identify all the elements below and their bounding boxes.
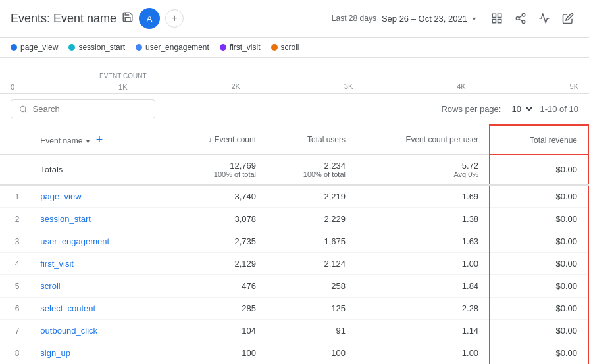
customize-report-button[interactable] xyxy=(486,8,507,29)
legend-item-first-visit: first_visit xyxy=(220,43,261,52)
event-name-link[interactable]: user_engagement xyxy=(40,236,109,246)
svg-point-5 xyxy=(516,17,519,20)
totals-total-users: 2,234 100% of total xyxy=(267,155,356,186)
legend-label-session-start: session_start xyxy=(78,43,125,52)
svg-line-10 xyxy=(25,111,26,112)
table-row: 5 scroll 476 258 1.84 $0.00 xyxy=(0,275,588,298)
row-num: 6 xyxy=(0,298,30,320)
row-event-name: select_content xyxy=(30,298,169,320)
row-total-revenue: $0.00 xyxy=(490,230,588,253)
row-total-revenue: $0.00 xyxy=(490,320,588,342)
add-dimension-button[interactable]: + xyxy=(91,132,107,147)
table-header-row: Event name ▾ + ↓ Event count Total users… xyxy=(0,125,588,155)
chart-axis-5k: 5K xyxy=(570,82,578,90)
toolbar-icons xyxy=(486,8,578,29)
svg-point-4 xyxy=(522,14,525,17)
row-num: 1 xyxy=(0,185,30,208)
col-header-event-name[interactable]: Event name ▾ + xyxy=(30,125,169,155)
totals-label: Totals xyxy=(30,155,169,186)
legend-dot-user-engagement xyxy=(136,44,142,51)
row-total-revenue: $0.00 xyxy=(490,298,588,320)
row-total-revenue: $0.00 xyxy=(490,253,588,275)
legend-dot-scroll xyxy=(271,44,278,51)
edit-button[interactable] xyxy=(557,8,578,29)
table-row: 7 outbound_click 104 91 1.14 $0.00 xyxy=(0,320,588,342)
col-header-total-users: Total users xyxy=(267,125,356,155)
legend-dot-session-start xyxy=(68,44,75,51)
row-event-count: 2,735 xyxy=(169,230,267,253)
chart-legend: page_view session_start user_engagement … xyxy=(0,38,589,58)
col-header-event-count[interactable]: ↓ Event count xyxy=(169,125,267,155)
events-table: Event name ▾ + ↓ Event count Total users… xyxy=(0,124,589,364)
search-box[interactable] xyxy=(11,99,155,118)
event-name-link[interactable]: scroll xyxy=(40,281,60,291)
row-num: 4 xyxy=(0,253,30,275)
row-event-name: scroll xyxy=(30,275,169,298)
totals-event-count-per-user: 5.72 Avg 0% xyxy=(356,155,490,186)
col-header-total-revenue: Total revenue xyxy=(490,125,588,155)
row-event-count: 285 xyxy=(169,298,267,320)
row-event-count: 3,740 xyxy=(169,185,267,208)
totals-num xyxy=(0,155,30,186)
legend-item-session-start: session_start xyxy=(68,43,125,52)
row-total-users: 2,219 xyxy=(267,185,356,208)
row-num: 8 xyxy=(0,342,30,365)
chart-container: 0 EVENT COUNT 1K 2K 3K 4K 5K xyxy=(0,58,589,94)
row-event-count: 100 xyxy=(169,342,267,365)
row-event-name: user_engagement xyxy=(30,230,169,253)
table-row: 4 first_visit 2,129 2,124 1.00 $0.00 xyxy=(0,253,588,275)
row-event-count-per-user: 1.14 xyxy=(356,320,490,342)
insights-button[interactable] xyxy=(534,8,555,29)
row-event-count-per-user: 1.00 xyxy=(356,253,490,275)
table-row: 1 page_view 3,740 2,219 1.69 $0.00 xyxy=(0,185,588,208)
page-title: Events: Event name xyxy=(11,12,116,26)
row-event-count-per-user: 1.00 xyxy=(356,342,490,365)
svg-line-8 xyxy=(519,16,522,18)
row-total-revenue: $0.00 xyxy=(490,342,588,365)
svg-rect-0 xyxy=(492,14,496,17)
table-row: 3 user_engagement 2,735 1,675 1.63 $0.00 xyxy=(0,230,588,253)
add-comparison-icon[interactable]: + xyxy=(165,9,184,28)
svg-line-7 xyxy=(519,19,522,21)
svg-rect-2 xyxy=(492,20,496,23)
svg-point-9 xyxy=(20,106,26,111)
date-range-chevron: ▾ xyxy=(473,15,476,22)
event-name-link[interactable]: select_content xyxy=(40,303,95,313)
svg-point-6 xyxy=(522,20,525,24)
table-row: 6 select_content 285 125 2.28 $0.00 xyxy=(0,298,588,320)
row-event-count: 3,078 xyxy=(169,208,267,230)
header-left: Events: Event name A + xyxy=(11,8,184,29)
row-event-count-per-user: 1.69 xyxy=(356,185,490,208)
share-button[interactable] xyxy=(510,8,531,29)
user-avatar[interactable]: A xyxy=(139,8,160,29)
legend-label-scroll: scroll xyxy=(281,43,299,52)
col-header-num xyxy=(0,125,30,155)
row-event-count: 476 xyxy=(169,275,267,298)
event-name-link[interactable]: outbound_click xyxy=(40,326,97,336)
legend-item-scroll: scroll xyxy=(271,43,299,52)
date-range-selector[interactable]: Last 28 days Sep 26 – Oct 23, 2021 ▾ xyxy=(332,14,476,24)
search-input[interactable] xyxy=(33,104,147,114)
last-days-label: Last 28 days xyxy=(332,14,376,23)
row-event-name: sign_up xyxy=(30,342,169,365)
legend-label-page-view: page_view xyxy=(20,43,58,52)
event-name-link[interactable]: session_start xyxy=(40,214,91,224)
event-name-dropdown[interactable]: ▾ xyxy=(86,138,90,145)
save-report-icon[interactable] xyxy=(122,11,134,26)
row-event-count-per-user: 1.38 xyxy=(356,208,490,230)
svg-rect-3 xyxy=(498,20,501,23)
table-row: 2 session_start 3,078 2,229 1.38 $0.00 xyxy=(0,208,588,230)
row-num: 5 xyxy=(0,275,30,298)
row-total-revenue: $0.00 xyxy=(490,208,588,230)
totals-row: Totals 12,769 100% of total 2,234 100% o… xyxy=(0,155,588,186)
row-event-name: outbound_click xyxy=(30,320,169,342)
page-header: Events: Event name A + Last 28 days Sep … xyxy=(0,0,589,38)
event-name-link[interactable]: sign_up xyxy=(40,348,70,358)
rows-per-page-select[interactable]: 10 25 50 xyxy=(506,102,534,116)
chart-axis-1k: 1K xyxy=(118,83,127,91)
event-name-link[interactable]: page_view xyxy=(40,192,81,201)
row-total-users: 2,124 xyxy=(267,253,356,275)
legend-label-first-visit: first_visit xyxy=(230,43,261,52)
legend-dot-page-view xyxy=(11,44,17,51)
event-name-link[interactable]: first_visit xyxy=(40,259,74,269)
